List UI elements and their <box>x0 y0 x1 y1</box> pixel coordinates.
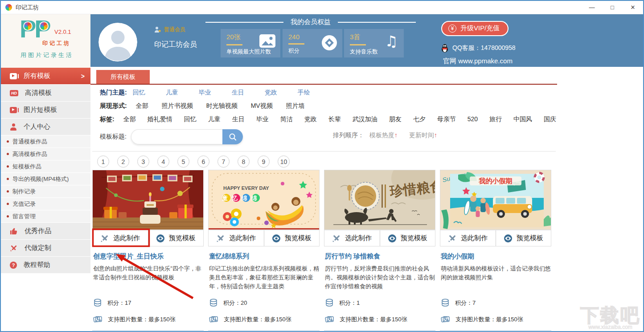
tag-option[interactable]: 朋友 <box>389 115 402 123</box>
page-button[interactable]: 9 <box>258 156 270 168</box>
bullet-icon <box>7 178 9 180</box>
select-make-label: 选此制作 <box>113 234 140 242</box>
bullet-icon <box>7 153 9 155</box>
gold-underline <box>226 44 242 45</box>
sidebar-item-hd-templates[interactable]: HD 高清模板 <box>1 85 90 102</box>
tag-option[interactable]: 儿童 <box>208 115 221 123</box>
gold-underline <box>350 44 366 45</box>
select-make-button[interactable]: 选此制作 <box>209 230 264 246</box>
tag-option[interactable]: 全部 <box>123 115 136 123</box>
tag-option[interactable]: 母亲节 <box>437 115 456 123</box>
sidebar-item-excellent-works[interactable]: 优秀作品 <box>1 223 90 240</box>
sidebar-item-message-management[interactable]: 留言管理 <box>1 210 90 223</box>
points-row: 积分：7 <box>441 299 476 307</box>
tag-option[interactable]: 生日 <box>232 115 245 123</box>
page-button[interactable]: 6 <box>197 156 209 168</box>
filter-label: 标签: <box>100 115 115 123</box>
tab-all-templates[interactable]: 所有模板 <box>96 70 150 84</box>
preview-template-button[interactable]: 预览模板 <box>148 230 204 246</box>
select-make-button[interactable]: 选此制作 <box>324 230 380 246</box>
sort-by-popularity[interactable]: 模板热度↑ <box>369 131 398 139</box>
sidebar-item-short-works[interactable]: 短模板作品 <box>1 160 90 173</box>
topic-option[interactable]: 手绘 <box>298 89 310 97</box>
hd-icon: HD <box>10 90 18 96</box>
photo-limit-row: 支持图片数量：最多150张 <box>209 315 291 324</box>
sidebar-item-exported-videos[interactable]: 导出的视频(MP4格式) <box>1 173 90 185</box>
sidebar-item-short-templates[interactable]: 图片短模板 <box>1 102 90 119</box>
stat-music: 3首 支持音乐数 ♫ <box>344 29 404 57</box>
stat-label: 单视频最大照片数 <box>226 48 280 56</box>
sidebar-item-tutorial-help[interactable]: ? 教程帮助 <box>1 257 90 274</box>
sidebar-item-recharge-records[interactable]: 充值记录 <box>1 198 90 210</box>
search-label: 模板标题: <box>100 133 127 141</box>
topic-option[interactable]: 毕业 <box>199 89 211 97</box>
tag-option[interactable]: 党政 <box>304 115 317 123</box>
select-make-button[interactable]: 选此制作 <box>93 230 148 246</box>
topic-option[interactable]: 回忆 <box>133 89 145 97</box>
page-button[interactable]: 5 <box>177 156 189 168</box>
template-search: 模板标题: <box>100 129 243 144</box>
avatar[interactable] <box>98 23 137 61</box>
form-option[interactable]: 照片书视频 <box>162 102 193 110</box>
page-button[interactable]: 7 <box>217 156 230 168</box>
tag-option[interactable]: 国庆 <box>544 115 556 123</box>
bullet-icon <box>7 215 9 217</box>
topic-option[interactable]: 儿童 <box>166 89 178 97</box>
topic-option[interactable]: 生日 <box>232 89 244 97</box>
select-make-label: 选此制作 <box>345 234 372 242</box>
form-option[interactable]: 全部 <box>136 102 148 110</box>
photos-icon <box>441 315 450 324</box>
tag-option[interactable]: 简洁 <box>280 115 293 123</box>
points-row: 积分：17 <box>93 299 131 307</box>
tag-option[interactable]: 中国风 <box>513 115 532 123</box>
tag-option[interactable]: 七夕 <box>413 115 426 123</box>
divider <box>205 22 283 23</box>
page-button[interactable]: 4 <box>157 156 169 168</box>
upgrade-vip-button[interactable]: ¥ 升级VIP/充值 <box>441 21 509 36</box>
page-button[interactable]: 2 <box>117 156 129 168</box>
sidebar-item-normal-works[interactable]: 普通模板作品 <box>1 135 90 148</box>
template-thumbnail[interactable]: 珍惜粮食 <box>324 170 435 230</box>
member-name: 印记工坊会员 <box>154 40 197 49</box>
template-thumbnail[interactable] <box>92 170 204 230</box>
minimize-button[interactable]: — <box>582 1 602 14</box>
page-button[interactable]: 8 <box>238 156 250 168</box>
tag-option[interactable]: 毕业 <box>256 115 269 123</box>
filter-label: 热门主题: <box>100 89 127 97</box>
sidebar-item-personal-center[interactable]: 个人中心 <box>1 119 90 135</box>
qq-service[interactable]: QQ客服：1478000958 <box>441 44 516 53</box>
form-option[interactable]: 照片墙 <box>286 102 305 110</box>
close-button[interactable]: ✕ <box>623 1 643 14</box>
app-window: 印记工坊 — □ ✕ PP V2.0.1 印记工坊 用图片记录生活 所有模板 >… <box>0 0 644 332</box>
template-thumbnail[interactable]: HAPPY EVERY DAY 童忆绵绵 <box>208 170 320 230</box>
page-button[interactable]: 1 <box>97 156 109 168</box>
maximize-button[interactable]: □ <box>602 1 623 14</box>
tag-option[interactable]: 长辈 <box>328 115 341 123</box>
page-button[interactable]: 3 <box>137 156 149 168</box>
preview-template-button[interactable]: 预览模板 <box>496 230 551 246</box>
tag-option[interactable]: 武汉加油 <box>353 115 377 123</box>
tag-option[interactable]: 旅行 <box>489 115 502 123</box>
sidebar-item-hd-works[interactable]: 高清模板作品 <box>1 148 90 160</box>
preview-template-button[interactable]: 预览模板 <box>264 230 320 246</box>
page-button[interactable]: 10 <box>278 156 290 168</box>
pencil-icon <box>100 234 109 243</box>
tag-option[interactable]: 520 <box>468 115 478 123</box>
form-option[interactable]: MV视频 <box>251 102 273 110</box>
sidebar-item-all-templates[interactable]: 所有模板 > <box>1 68 90 85</box>
template-card-vacation: Summer 我的小假期 <box>440 170 551 331</box>
select-make-button[interactable]: 选此制作 <box>440 230 496 246</box>
sidebar-item-custom-service[interactable]: 代做定制 <box>1 240 90 257</box>
search-input[interactable] <box>131 129 222 144</box>
topic-option[interactable]: 党政 <box>265 89 277 97</box>
official-website: 官网 www.ppmake.com <box>443 57 513 66</box>
tag-option[interactable]: 回忆 <box>184 115 197 123</box>
coin-icon <box>321 35 337 51</box>
sidebar-item-making-records[interactable]: 制作记录 <box>1 185 90 198</box>
template-thumbnail[interactable]: Summer 我的小假期 <box>440 170 551 230</box>
sort-by-update-time[interactable]: 更新时间↑ <box>409 131 437 139</box>
search-button[interactable] <box>222 129 243 144</box>
preview-template-button[interactable]: 预览模板 <box>380 230 435 246</box>
form-option[interactable]: 时光轴视频 <box>206 102 238 110</box>
tag-option[interactable]: 婚礼爱情 <box>148 115 172 123</box>
